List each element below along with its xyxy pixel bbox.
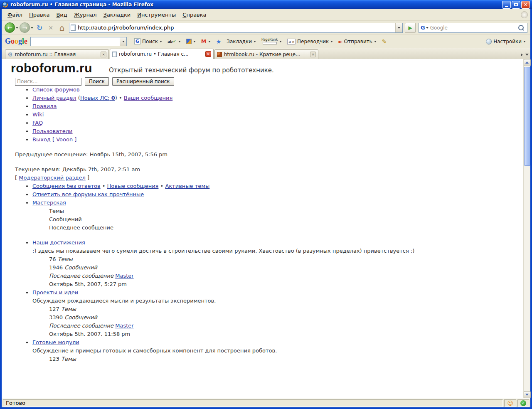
chevron-down-icon (208, 41, 211, 42)
forum-category: Мастерская Темы Сообщений Последнее сооб… (32, 199, 523, 232)
scroll-up-button[interactable] (524, 59, 531, 66)
previous-visit-text: Предыдущее посещение: Ноябрь 15th, 2007,… (15, 150, 523, 159)
last-post-user-link[interactable]: Master (115, 323, 133, 329)
firefox-icon (2, 2, 8, 8)
list-item: Сообщения без ответов • Новые сообщения … (32, 182, 523, 190)
send-to-button[interactable]: Отправить (337, 38, 377, 45)
forum-last-post: Последнее сообщение Master (49, 272, 523, 280)
toolbar-search-box[interactable] (30, 37, 127, 46)
back-history-dropdown-icon[interactable] (16, 27, 18, 29)
reload-button[interactable] (34, 22, 44, 33)
highlighter-button[interactable] (381, 37, 388, 46)
translate-button[interactable]: Переводчик (286, 38, 334, 45)
forum-list-link[interactable]: Список форумов (32, 86, 80, 93)
tab-scroll-right-icon[interactable] (521, 53, 523, 57)
spellcheck-button[interactable] (166, 38, 182, 45)
tab-close-button[interactable] (310, 52, 316, 57)
security-panel[interactable] (517, 399, 529, 407)
advanced-search-button[interactable]: Расширенный поиск (112, 77, 174, 86)
minimize-button[interactable] (502, 1, 511, 9)
menu-history[interactable]: Журнал (71, 10, 100, 20)
stop-button[interactable] (46, 22, 56, 33)
menu-view[interactable]: Вид (53, 10, 70, 20)
column-lastpost-label: Последнее сообщение (49, 224, 523, 232)
htmlbook-favicon-icon (217, 52, 222, 57)
forum-description: :) здесь мы показываем чего сумели дости… (32, 247, 523, 255)
close-button[interactable] (521, 1, 530, 9)
tab-close-button[interactable] (101, 52, 106, 57)
translate-icon (287, 39, 296, 44)
forum-last-post-date: Октябрь 5th, 2007, 11:58 pm (49, 330, 523, 338)
go-button[interactable] (405, 23, 416, 33)
forum-search-input[interactable] (15, 78, 81, 86)
toolbar-search-input[interactable] (31, 39, 120, 44)
search-magnifier-icon[interactable] (518, 25, 524, 31)
last-post-user-link[interactable]: Master (115, 273, 133, 279)
chevron-down-icon (523, 41, 526, 42)
new-pm-link[interactable]: Новых ЛС: 0 (80, 95, 115, 101)
rules-link[interactable]: Правила (32, 103, 57, 109)
google-engine-icon[interactable] (419, 25, 426, 31)
vertical-scrollbar[interactable] (523, 59, 530, 398)
chevron-down-icon (330, 41, 333, 42)
chevron-down-icon (374, 41, 377, 42)
back-button[interactable] (5, 22, 15, 33)
menu-tools[interactable]: Инструменты (134, 10, 179, 20)
forum-search-button[interactable]: Поиск (85, 77, 109, 86)
url-bar[interactable] (69, 23, 403, 33)
forum-link[interactable]: Проекты и идеи (32, 289, 78, 296)
url-dropdown-button[interactable] (395, 23, 402, 32)
menu-help[interactable]: Справка (179, 10, 209, 20)
unanswered-posts-link[interactable]: Сообщения без ответов (32, 183, 101, 189)
gmail-button[interactable] (200, 37, 212, 45)
autofill-button[interactable] (185, 38, 197, 45)
tab-htmlbook[interactable]: htmlbook.ru - Краткие реце... (214, 49, 318, 59)
page-content: roboforum.ru Открытый технический форум … (2, 59, 523, 398)
users-link[interactable]: Пользователи (32, 128, 73, 134)
home-button[interactable] (57, 22, 67, 33)
forum-link[interactable]: Готовые модули (32, 339, 79, 345)
new-posts-link[interactable]: Новые сообщения (107, 183, 159, 189)
menu-file[interactable]: Файл (4, 10, 26, 20)
personal-section-link[interactable]: Личный раздел (32, 95, 76, 101)
list-item: Список форумов (32, 86, 523, 94)
tab-roboforum-glavnaya[interactable]: roboforum.ru :: Главная (5, 49, 109, 59)
your-messages-link[interactable]: Ваши сообщения (124, 95, 172, 101)
tab-roboforum-main-active[interactable]: roboforum.ru • Главная с... (110, 49, 214, 59)
chevron-down-icon (193, 41, 196, 42)
forward-history-dropdown-icon[interactable] (31, 27, 33, 29)
moderator-section-link[interactable]: Модераторский раздел (19, 175, 86, 181)
tab-close-button[interactable] (205, 51, 211, 57)
logout-link[interactable]: Выход [ Vooon ] (32, 136, 76, 143)
toolbar-search-button[interactable]: Поиск (133, 37, 163, 45)
wiki-link[interactable]: Wiki (32, 111, 44, 118)
menu-bookmarks[interactable]: Закладки (100, 10, 134, 20)
active-topics-link[interactable]: Активные темы (165, 183, 209, 189)
autofill-icon (186, 39, 192, 44)
bookmarks-button[interactable]: Закладки (225, 38, 257, 45)
title-bar[interactable]: roboforum.ru • Главная страница - Mozill… (0, 0, 532, 9)
search-engine-box[interactable] (419, 23, 527, 33)
scroll-down-button[interactable] (524, 391, 531, 398)
maximize-button[interactable] (512, 1, 520, 9)
scrollbar-thumb[interactable] (524, 67, 530, 166)
browser-window: roboforum.ru • Главная страница - Mozill… (0, 0, 532, 409)
list-item: Wiki (32, 111, 523, 119)
toolbar-settings-button[interactable]: Настройки (485, 38, 527, 45)
list-item: Правила (32, 102, 523, 111)
document-favicon-icon (112, 52, 117, 57)
web-search-input[interactable] (429, 25, 517, 31)
toolbar-search-dropdown[interactable] (120, 37, 126, 46)
faq-link[interactable]: FAQ (32, 120, 43, 126)
pagerank-indicator[interactable]: PageRank (260, 37, 283, 45)
mark-forums-read-link[interactable]: Отметить все форумы как прочтённые (32, 191, 144, 197)
tab-list-dropdown-icon[interactable] (525, 54, 529, 56)
category-workshop-link[interactable]: Мастерская (32, 200, 66, 206)
menu-edit[interactable]: Правка (26, 10, 53, 20)
bookmark-star-button[interactable] (215, 37, 223, 46)
notifier-panel[interactable] (504, 399, 516, 407)
url-input[interactable] (76, 25, 395, 31)
google-toolbar: Google Поиск (2, 35, 530, 48)
forum-link[interactable]: Наши достижения (32, 239, 85, 246)
forward-button[interactable] (20, 22, 30, 33)
